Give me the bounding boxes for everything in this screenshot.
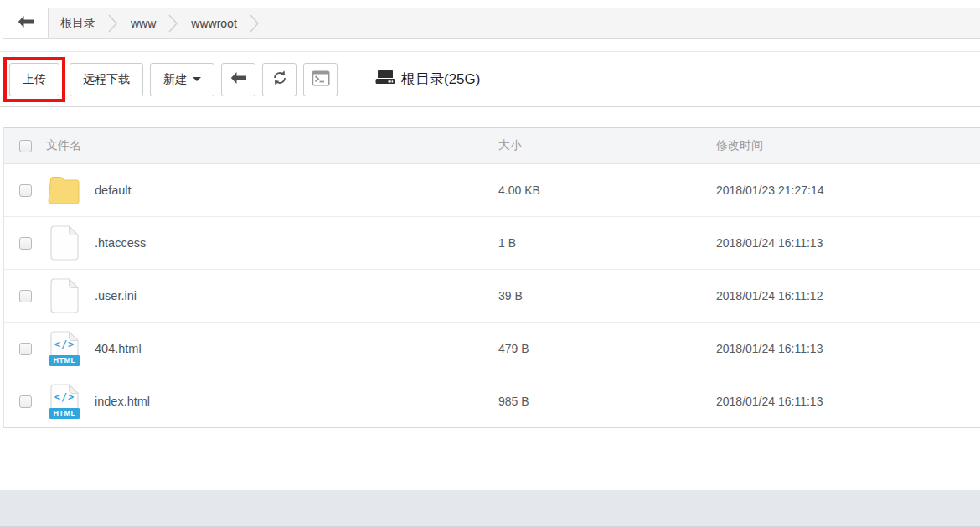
html-file-icon: </> HTML [46,331,83,366]
html-badge: HTML [49,355,80,366]
file-mtime: 2018/01/24 16:11:13 [716,342,980,355]
file-mtime: 2018/01/23 21:27:14 [716,183,980,197]
terminal-button[interactable] [303,63,338,96]
chevron-right-icon [168,12,179,35]
row-checkbox[interactable] [19,343,32,355]
file-size: 985 B [498,395,716,408]
new-button[interactable]: 新建 [150,63,214,96]
terminal-icon [312,70,330,89]
file-mtime: 2018/01/24 16:11:13 [716,236,980,250]
table-row: .htaccess 1 B 2018/01/24 16:11:13 [4,217,980,270]
file-mtime: 2018/01/24 16:11:13 [716,395,980,408]
blank-file-icon [46,225,83,261]
arrow-left-icon [230,72,246,86]
upload-button[interactable]: 上传 [9,63,59,96]
remote-download-button[interactable]: 远程下载 [70,63,143,96]
file-manager-page: 根目录 www wwwroot 上传 远程下载 新建 [0,0,980,527]
html-file-icon: </> HTML [46,384,83,419]
file-name-link[interactable]: .htaccess [95,236,146,250]
disk-info: 根目录(25G) [375,69,480,90]
file-size: 4.00 KB [498,183,716,197]
breadcrumb-back-button[interactable] [3,8,49,38]
row-checkbox[interactable] [19,237,32,250]
select-all-checkbox[interactable] [19,140,32,152]
column-header-size: 大小 [498,138,716,153]
table-row: .user.ini 39 B 2018/01/24 16:11:12 [4,270,980,323]
code-glyph: </> [46,338,83,350]
row-checkbox[interactable] [19,395,32,408]
blank-file-icon [46,278,83,313]
html-badge: HTML [49,408,80,419]
new-button-label: 新建 [163,72,187,87]
refresh-icon [271,70,288,89]
folder-icon [46,177,83,204]
table-row: default 4.00 KB 2018/01/23 21:27:14 [4,164,980,217]
table-header: 文件名 大小 修改时间 [4,127,980,164]
row-checkbox[interactable] [19,184,32,197]
file-size: 479 B [498,342,716,355]
file-mtime: 2018/01/24 16:11:12 [716,289,980,302]
breadcrumb-item-root[interactable]: 根目录 [49,16,106,31]
upload-highlight-box: 上传 [3,57,65,102]
file-name-link[interactable]: default [95,183,132,197]
breadcrumb-item-wwwroot[interactable]: wwwroot [181,17,246,30]
file-size: 1 B [498,236,716,250]
row-checkbox[interactable] [19,290,32,302]
breadcrumb-items: 根目录 www wwwroot [49,8,262,38]
refresh-button[interactable] [262,63,297,96]
hard-drive-icon [375,69,395,90]
back-button[interactable] [221,63,255,96]
table-row: </> HTML 404.html 479 B 2018/01/24 16:11… [4,323,980,375]
file-name-link[interactable]: .user.ini [95,289,137,302]
column-header-mtime: 修改时间 [716,138,980,153]
caret-down-icon [193,77,201,81]
arrow-left-icon [18,16,34,31]
breadcrumb: 根目录 www wwwroot [3,8,980,39]
code-glyph: </> [46,391,83,403]
chevron-right-icon [249,12,260,35]
file-name-link[interactable]: 404.html [95,342,142,355]
disk-label: 根目录(25G) [401,70,480,89]
file-table: 文件名 大小 修改时间 default 4.00 KB 2018/01/23 2… [3,127,980,428]
file-size: 39 B [498,289,716,302]
chevron-right-icon [107,12,119,35]
column-header-filename: 文件名 [46,138,498,153]
file-name-link[interactable]: index.html [95,395,150,408]
footer-bar [0,490,980,527]
breadcrumb-item-www[interactable]: www [121,17,166,30]
toolbar: 上传 远程下载 新建 [0,52,980,107]
table-row: </> HTML index.html 985 B 2018/01/24 16:… [4,375,980,428]
